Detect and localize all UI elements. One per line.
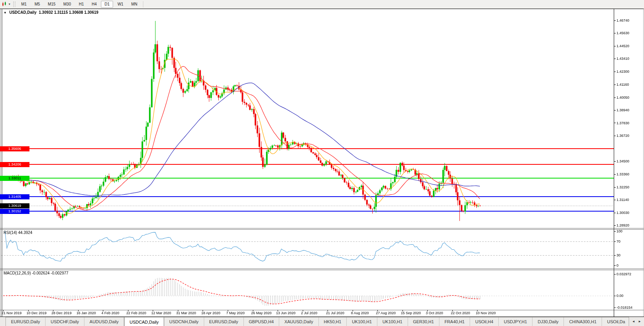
- quote-close: 1.30619: [84, 10, 98, 15]
- chart-tab-usdcad-daily[interactable]: USDCAD,Daily: [124, 317, 164, 326]
- chart-tab-xauusd-daily[interactable]: XAUUSD,Daily: [279, 317, 318, 326]
- quote-open: 1.30932: [39, 10, 53, 15]
- toolbar-separator: [143, 1, 143, 7]
- price-axis-tick: 1.38940: [617, 108, 629, 112]
- chart-tab-eurusd-daily[interactable]: EURUSD,Daily: [204, 317, 244, 326]
- rsi-value: 44.3924: [18, 230, 32, 235]
- macd-axis-tick: 0.00: [617, 294, 624, 298]
- price-axis-tick: 1.32250: [617, 185, 629, 189]
- collapse-triangle-icon[interactable]: ▼: [4, 11, 7, 15]
- level-price-badge: 1.31405: [0, 194, 29, 199]
- date-axis-label: 31 Mar 2020: [176, 311, 196, 315]
- date-axis-label: 26 May 2020: [251, 311, 272, 315]
- date-axis-label: 13 Jun 2020: [276, 311, 296, 315]
- macd-name: MACD(12,26,9): [4, 271, 31, 275]
- chart-tab-usoil-h4[interactable]: USOil,H4: [470, 317, 499, 326]
- macd-values: -0.002624 -0.002977: [32, 271, 68, 275]
- timeframe-button-mn[interactable]: MN: [128, 1, 141, 8]
- chart-tab-usdchf-daily[interactable]: USDCHF,Daily: [46, 317, 84, 326]
- date-axis-label: 15 Sep 2020: [401, 311, 421, 315]
- price-axis-tick: 1.45630: [617, 31, 629, 35]
- date-axis-label: 10 Nov 2020: [476, 311, 496, 315]
- tab-scroll-left-icon[interactable]: ◄: [631, 319, 636, 324]
- date-axis-label: 22 Oct 2020: [451, 311, 470, 315]
- chart-tab-usdcnh-daily[interactable]: USDCNH,Daily: [164, 317, 204, 326]
- price-axis-tick: 1.46740: [617, 18, 629, 22]
- date-axis-label: 3 Oct 2020: [426, 311, 443, 315]
- chart-tab-usoil-da[interactable]: USOil,Da: [602, 317, 629, 326]
- chart-periods-icon[interactable]: ▾: [0, 1, 12, 7]
- chart-tab-eurusd-daily[interactable]: EURUSD,Daily: [6, 317, 46, 326]
- macd-label: MACD(12,26,9) -0.002624 -0.002977: [4, 271, 68, 275]
- chart-tab-bar: EURUSD,DailyUSDCHF,DailyAUDUSD,DailyUSDC…: [0, 317, 644, 326]
- chart-title: ▼ USDCAD,Daily 1.30932 1.31115 1.30608 1…: [4, 10, 99, 15]
- chart-canvas[interactable]: [0, 0, 644, 326]
- timeframe-button-m5[interactable]: M5: [31, 1, 44, 8]
- price-axis-tick: 1.44520: [617, 44, 629, 48]
- price-axis-tick: 1.41160: [617, 83, 629, 87]
- timeframe-button-h1[interactable]: H1: [75, 1, 88, 8]
- symbol-period-label: USDCAD,Daily: [9, 10, 37, 15]
- macd-axis-tick: 0.032972: [617, 272, 631, 276]
- rsi-axis-tick: 30: [617, 253, 620, 257]
- rsi-label: RSI(14) 44.3924: [4, 230, 32, 235]
- timeframe-button-h4[interactable]: H4: [88, 1, 101, 8]
- price-axis-tick: 1.33360: [617, 172, 629, 176]
- macd-axis-tick: -0.018154: [617, 306, 633, 309]
- date-axis-label: 7 May 2020: [226, 311, 245, 315]
- current-price-badge: 1.30619: [0, 203, 29, 208]
- date-axis-label: 10 Dec 2019: [27, 311, 47, 315]
- dropdown-caret-icon: ▾: [9, 3, 10, 6]
- price-axis-tick: 1.37830: [617, 121, 629, 125]
- chart-tab-dj30-daily[interactable]: DJ30,Daily: [532, 317, 564, 326]
- chart-tab-hk50-h1[interactable]: HK50,H1: [319, 317, 347, 326]
- price-axis-tick: 1.36720: [617, 134, 629, 138]
- date-axis-label: 28 Dec 2019: [51, 311, 71, 315]
- date-axis-label: 22 Feb 2020: [126, 311, 146, 315]
- date-axis-label: 18 Apr 2020: [201, 311, 220, 315]
- timeframe-button-m1[interactable]: M1: [18, 1, 30, 8]
- date-axis-label: 2 Jul 2020: [301, 311, 318, 315]
- chart-tab-fra40-h1[interactable]: FRA40,H1: [439, 317, 470, 326]
- date-axis-label: 21 Nov 2019: [2, 311, 22, 315]
- toolbar-grip[interactable]: [13, 2, 15, 7]
- rsi-axis-tick: 0: [617, 263, 618, 267]
- date-axis-label: 8 Aug 2020: [351, 311, 369, 315]
- price-axis-tick: 1.40050: [617, 96, 629, 99]
- date-axis-label: 21 Jul 2020: [326, 311, 344, 315]
- timeframe-button-d1[interactable]: D1: [101, 1, 113, 8]
- date-axis-label: 4 Feb 2020: [101, 311, 119, 315]
- candlestick-chart-icon: [2, 2, 8, 7]
- chart-tab-ger30-h1[interactable]: GER30,H1: [408, 317, 439, 326]
- chart-tab-uk100-h1[interactable]: UK100,H1: [377, 317, 408, 326]
- date-axis-label: 16 Jan 2020: [77, 311, 96, 315]
- quote-high: 1.31115: [54, 10, 68, 15]
- price-axis-tick: 1.30030: [617, 211, 629, 215]
- timeframe-button-w1[interactable]: W1: [114, 1, 127, 8]
- level-price-badge: 1.33011: [0, 176, 29, 181]
- chart-tab-audusd-daily[interactable]: AUDUSD,Daily: [84, 317, 124, 326]
- rsi-axis-tick: 100: [617, 229, 622, 233]
- price-axis-tick: 1.34500: [617, 159, 629, 163]
- date-axis-label: 12 Mar 2020: [151, 311, 171, 315]
- price-axis-tick: 1.42300: [617, 70, 629, 74]
- level-price-badge: 1.35606: [0, 146, 29, 151]
- tab-scroll-arrows: ◄ ►: [629, 317, 644, 326]
- timeframe-buttons: M1M5M15M30H1H4D1W1MN: [17, 1, 141, 8]
- level-price-badge: 1.30152: [0, 209, 29, 214]
- price-axis-tick: 1.43410: [617, 57, 629, 61]
- tab-container: EURUSD,DailyUSDCHF,DailyAUDUSD,DailyUSDC…: [5, 317, 629, 326]
- timeframe-button-m15[interactable]: M15: [44, 1, 59, 8]
- tab-scroll-right-icon[interactable]: ►: [637, 319, 642, 324]
- quote-low: 1.30608: [69, 10, 83, 15]
- chart-tab-china300-h1[interactable]: CHINA300,H1: [564, 317, 602, 326]
- timeframe-toolbar: ▾ M1M5M15M30H1H4D1W1MN: [0, 0, 644, 9]
- chart-tab-uk100-h1[interactable]: UK100,H1: [347, 317, 377, 326]
- price-axis-tick: 1.31140: [617, 198, 629, 202]
- price-axis-tick: 1.28920: [617, 223, 629, 227]
- date-axis-label: 27 Aug 2020: [376, 311, 396, 315]
- chart-tab-usdjpy-h1[interactable]: USDJPY,H1: [499, 317, 532, 326]
- chart-tab-gbpusd-h4[interactable]: GBPUSD,H4: [244, 317, 280, 326]
- level-price-badge: 1.34206: [0, 162, 29, 167]
- timeframe-button-m30[interactable]: M30: [60, 1, 74, 8]
